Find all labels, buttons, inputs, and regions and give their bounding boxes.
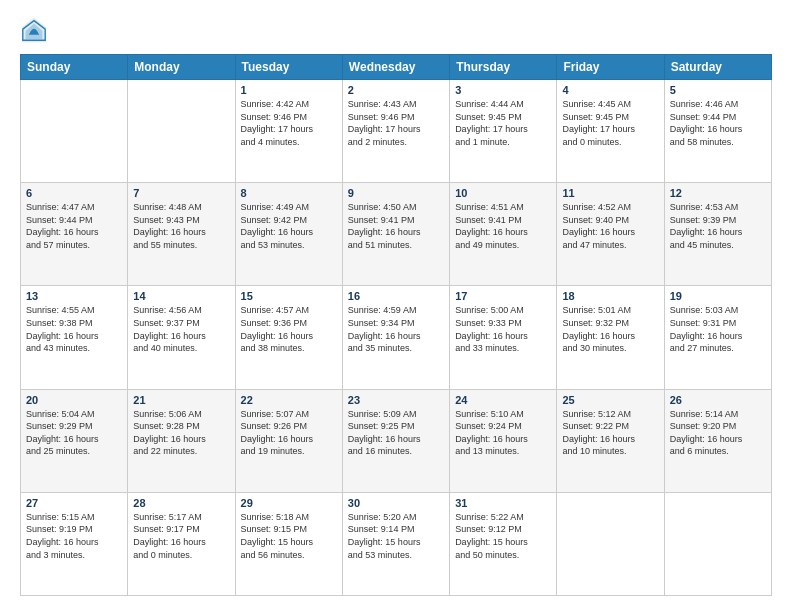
cell-info: Sunrise: 5:04 AM Sunset: 9:29 PM Dayligh…: [26, 408, 122, 458]
day-number: 26: [670, 394, 766, 406]
day-number: 11: [562, 187, 658, 199]
cell-info: Sunrise: 5:03 AM Sunset: 9:31 PM Dayligh…: [670, 304, 766, 354]
calendar-cell: [128, 80, 235, 183]
calendar-cell: 12Sunrise: 4:53 AM Sunset: 9:39 PM Dayli…: [664, 183, 771, 286]
calendar-cell: 11Sunrise: 4:52 AM Sunset: 9:40 PM Dayli…: [557, 183, 664, 286]
calendar-cell: 6Sunrise: 4:47 AM Sunset: 9:44 PM Daylig…: [21, 183, 128, 286]
calendar-cell: 9Sunrise: 4:50 AM Sunset: 9:41 PM Daylig…: [342, 183, 449, 286]
calendar-week-4: 20Sunrise: 5:04 AM Sunset: 9:29 PM Dayli…: [21, 389, 772, 492]
cell-info: Sunrise: 4:47 AM Sunset: 9:44 PM Dayligh…: [26, 201, 122, 251]
col-header-tuesday: Tuesday: [235, 55, 342, 80]
day-number: 17: [455, 290, 551, 302]
day-number: 1: [241, 84, 337, 96]
cell-info: Sunrise: 4:57 AM Sunset: 9:36 PM Dayligh…: [241, 304, 337, 354]
calendar-cell: 17Sunrise: 5:00 AM Sunset: 9:33 PM Dayli…: [450, 286, 557, 389]
day-number: 10: [455, 187, 551, 199]
cell-info: Sunrise: 5:15 AM Sunset: 9:19 PM Dayligh…: [26, 511, 122, 561]
day-number: 21: [133, 394, 229, 406]
cell-info: Sunrise: 4:48 AM Sunset: 9:43 PM Dayligh…: [133, 201, 229, 251]
calendar-cell: 5Sunrise: 4:46 AM Sunset: 9:44 PM Daylig…: [664, 80, 771, 183]
calendar-cell: 25Sunrise: 5:12 AM Sunset: 9:22 PM Dayli…: [557, 389, 664, 492]
cell-info: Sunrise: 4:56 AM Sunset: 9:37 PM Dayligh…: [133, 304, 229, 354]
cell-info: Sunrise: 4:53 AM Sunset: 9:39 PM Dayligh…: [670, 201, 766, 251]
day-number: 16: [348, 290, 444, 302]
calendar-cell: 22Sunrise: 5:07 AM Sunset: 9:26 PM Dayli…: [235, 389, 342, 492]
day-number: 12: [670, 187, 766, 199]
day-number: 22: [241, 394, 337, 406]
cell-info: Sunrise: 5:14 AM Sunset: 9:20 PM Dayligh…: [670, 408, 766, 458]
day-number: 4: [562, 84, 658, 96]
day-number: 20: [26, 394, 122, 406]
day-number: 27: [26, 497, 122, 509]
calendar-cell: 29Sunrise: 5:18 AM Sunset: 9:15 PM Dayli…: [235, 492, 342, 595]
header: [20, 16, 772, 44]
calendar-cell: [557, 492, 664, 595]
calendar-cell: 30Sunrise: 5:20 AM Sunset: 9:14 PM Dayli…: [342, 492, 449, 595]
day-number: 18: [562, 290, 658, 302]
calendar-cell: 15Sunrise: 4:57 AM Sunset: 9:36 PM Dayli…: [235, 286, 342, 389]
logo-icon: [20, 16, 48, 44]
day-number: 3: [455, 84, 551, 96]
cell-info: Sunrise: 5:06 AM Sunset: 9:28 PM Dayligh…: [133, 408, 229, 458]
day-number: 7: [133, 187, 229, 199]
calendar-cell: 28Sunrise: 5:17 AM Sunset: 9:17 PM Dayli…: [128, 492, 235, 595]
col-header-thursday: Thursday: [450, 55, 557, 80]
calendar-header-row: SundayMondayTuesdayWednesdayThursdayFrid…: [21, 55, 772, 80]
cell-info: Sunrise: 5:12 AM Sunset: 9:22 PM Dayligh…: [562, 408, 658, 458]
day-number: 2: [348, 84, 444, 96]
calendar-week-2: 6Sunrise: 4:47 AM Sunset: 9:44 PM Daylig…: [21, 183, 772, 286]
day-number: 28: [133, 497, 229, 509]
day-number: 23: [348, 394, 444, 406]
calendar-cell: 13Sunrise: 4:55 AM Sunset: 9:38 PM Dayli…: [21, 286, 128, 389]
cell-info: Sunrise: 4:42 AM Sunset: 9:46 PM Dayligh…: [241, 98, 337, 148]
cell-info: Sunrise: 4:44 AM Sunset: 9:45 PM Dayligh…: [455, 98, 551, 148]
cell-info: Sunrise: 5:20 AM Sunset: 9:14 PM Dayligh…: [348, 511, 444, 561]
cell-info: Sunrise: 5:10 AM Sunset: 9:24 PM Dayligh…: [455, 408, 551, 458]
calendar-week-5: 27Sunrise: 5:15 AM Sunset: 9:19 PM Dayli…: [21, 492, 772, 595]
calendar-cell: 20Sunrise: 5:04 AM Sunset: 9:29 PM Dayli…: [21, 389, 128, 492]
cell-info: Sunrise: 5:18 AM Sunset: 9:15 PM Dayligh…: [241, 511, 337, 561]
calendar-cell: 23Sunrise: 5:09 AM Sunset: 9:25 PM Dayli…: [342, 389, 449, 492]
cell-info: Sunrise: 5:07 AM Sunset: 9:26 PM Dayligh…: [241, 408, 337, 458]
day-number: 5: [670, 84, 766, 96]
calendar-cell: [664, 492, 771, 595]
cell-info: Sunrise: 4:50 AM Sunset: 9:41 PM Dayligh…: [348, 201, 444, 251]
day-number: 15: [241, 290, 337, 302]
calendar-week-3: 13Sunrise: 4:55 AM Sunset: 9:38 PM Dayli…: [21, 286, 772, 389]
col-header-friday: Friday: [557, 55, 664, 80]
day-number: 25: [562, 394, 658, 406]
cell-info: Sunrise: 4:46 AM Sunset: 9:44 PM Dayligh…: [670, 98, 766, 148]
cell-info: Sunrise: 5:22 AM Sunset: 9:12 PM Dayligh…: [455, 511, 551, 561]
calendar-cell: 10Sunrise: 4:51 AM Sunset: 9:41 PM Dayli…: [450, 183, 557, 286]
calendar-cell: 21Sunrise: 5:06 AM Sunset: 9:28 PM Dayli…: [128, 389, 235, 492]
calendar-cell: 2Sunrise: 4:43 AM Sunset: 9:46 PM Daylig…: [342, 80, 449, 183]
logo: [20, 16, 50, 44]
day-number: 29: [241, 497, 337, 509]
cell-info: Sunrise: 5:17 AM Sunset: 9:17 PM Dayligh…: [133, 511, 229, 561]
calendar-cell: 27Sunrise: 5:15 AM Sunset: 9:19 PM Dayli…: [21, 492, 128, 595]
col-header-saturday: Saturday: [664, 55, 771, 80]
day-number: 19: [670, 290, 766, 302]
day-number: 30: [348, 497, 444, 509]
cell-info: Sunrise: 4:52 AM Sunset: 9:40 PM Dayligh…: [562, 201, 658, 251]
day-number: 8: [241, 187, 337, 199]
calendar-cell: 18Sunrise: 5:01 AM Sunset: 9:32 PM Dayli…: [557, 286, 664, 389]
calendar-cell: 3Sunrise: 4:44 AM Sunset: 9:45 PM Daylig…: [450, 80, 557, 183]
cell-info: Sunrise: 4:55 AM Sunset: 9:38 PM Dayligh…: [26, 304, 122, 354]
calendar-cell: [21, 80, 128, 183]
cell-info: Sunrise: 4:51 AM Sunset: 9:41 PM Dayligh…: [455, 201, 551, 251]
cell-info: Sunrise: 4:45 AM Sunset: 9:45 PM Dayligh…: [562, 98, 658, 148]
day-number: 9: [348, 187, 444, 199]
cell-info: Sunrise: 5:00 AM Sunset: 9:33 PM Dayligh…: [455, 304, 551, 354]
day-number: 14: [133, 290, 229, 302]
day-number: 31: [455, 497, 551, 509]
page: SundayMondayTuesdayWednesdayThursdayFrid…: [0, 0, 792, 612]
calendar-cell: 1Sunrise: 4:42 AM Sunset: 9:46 PM Daylig…: [235, 80, 342, 183]
calendar-cell: 26Sunrise: 5:14 AM Sunset: 9:20 PM Dayli…: [664, 389, 771, 492]
calendar-cell: 14Sunrise: 4:56 AM Sunset: 9:37 PM Dayli…: [128, 286, 235, 389]
day-number: 6: [26, 187, 122, 199]
calendar-cell: 4Sunrise: 4:45 AM Sunset: 9:45 PM Daylig…: [557, 80, 664, 183]
calendar-cell: 7Sunrise: 4:48 AM Sunset: 9:43 PM Daylig…: [128, 183, 235, 286]
calendar-cell: 31Sunrise: 5:22 AM Sunset: 9:12 PM Dayli…: [450, 492, 557, 595]
calendar-cell: 8Sunrise: 4:49 AM Sunset: 9:42 PM Daylig…: [235, 183, 342, 286]
